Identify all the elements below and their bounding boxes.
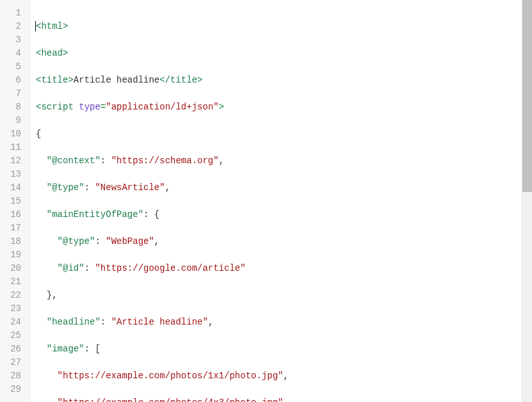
line-number: 27 bbox=[0, 356, 25, 369]
line-number: 23 bbox=[0, 302, 25, 316]
code-line[interactable]: <html> bbox=[36, 20, 522, 33]
json-key: "@type" bbox=[47, 182, 85, 193]
brace: }, bbox=[47, 290, 58, 300]
line-number: 7 bbox=[0, 87, 25, 100]
json-value: "https://example.com/photos/1x1/photo.jp… bbox=[58, 371, 284, 381]
line-number: 22 bbox=[0, 289, 25, 302]
json-value: "https://google.com/article" bbox=[95, 263, 245, 273]
json-value: "NewsArticle" bbox=[95, 182, 165, 193]
brace: { bbox=[36, 129, 41, 139]
tag-name: html bbox=[41, 21, 63, 31]
code-line[interactable]: "@id": "https://google.com/article" bbox=[36, 262, 522, 275]
line-number: 21 bbox=[0, 275, 25, 289]
json-key: "mainEntityOfPage" bbox=[47, 209, 143, 220]
line-number: 28 bbox=[0, 369, 25, 383]
line-number: 11 bbox=[0, 141, 25, 154]
line-number: 6 bbox=[0, 74, 25, 87]
code-line[interactable]: "@type": "WebPage", bbox=[36, 235, 522, 248]
tag-name: title bbox=[170, 75, 197, 85]
json-value: "WebPage" bbox=[106, 236, 154, 246]
line-number: 14 bbox=[0, 181, 25, 195]
title-text: Article headline bbox=[74, 75, 159, 85]
line-number: 12 bbox=[0, 154, 25, 168]
code-line[interactable]: "https://example.com/photos/1x1/photo.jp… bbox=[36, 369, 522, 383]
line-number: 13 bbox=[0, 168, 25, 181]
line-number-gutter: 1 2 3 4 5 6 7 8 9 10 11 12 13 14 15 16 1… bbox=[0, 0, 31, 402]
code-line[interactable]: <script type="application/ld+json"> bbox=[36, 100, 522, 114]
code-line[interactable]: "@type": "NewsArticle", bbox=[36, 181, 522, 195]
scrollbar-thumb[interactable] bbox=[522, 0, 532, 192]
code-line[interactable]: "image": [ bbox=[36, 342, 522, 356]
code-line[interactable]: <head> bbox=[36, 47, 522, 60]
code-line[interactable]: "https://example.com/photos/4x3/photo.jp… bbox=[36, 396, 522, 402]
line-number: 29 bbox=[0, 383, 25, 396]
tag-name: title bbox=[41, 75, 68, 85]
line-number: 5 bbox=[0, 60, 25, 74]
json-value: "Article headline" bbox=[111, 317, 208, 327]
json-value: "https://example.com/photos/4x3/photo.jp… bbox=[58, 398, 284, 402]
line-number: 10 bbox=[0, 127, 25, 141]
line-number: 16 bbox=[0, 208, 25, 221]
json-key: "@type" bbox=[58, 236, 95, 246]
tag-name: head bbox=[41, 48, 63, 58]
code-line[interactable]: { bbox=[36, 127, 522, 141]
line-number: 3 bbox=[0, 33, 25, 47]
code-line[interactable]: "@context": "https://schema.org", bbox=[36, 154, 522, 168]
line-number: 19 bbox=[0, 248, 25, 262]
code-editor-area[interactable]: <html> <head> <title>Article headline</t… bbox=[31, 0, 522, 402]
code-line[interactable]: "mainEntityOfPage": { bbox=[36, 208, 522, 221]
attr-name: type bbox=[79, 102, 101, 112]
line-number: 9 bbox=[0, 114, 25, 127]
line-number: 15 bbox=[0, 195, 25, 208]
line-number: 18 bbox=[0, 235, 25, 248]
json-key: "headline" bbox=[47, 317, 101, 327]
code-line[interactable]: <title>Article headline</title> bbox=[36, 74, 522, 87]
line-number: 2 bbox=[0, 20, 25, 33]
json-value: "https://schema.org" bbox=[111, 156, 219, 166]
line-number: 1 bbox=[0, 6, 25, 20]
line-number: 4 bbox=[0, 47, 25, 60]
attr-value: "application/ld+json" bbox=[106, 102, 218, 112]
tag-name: script bbox=[41, 102, 73, 112]
line-number: 17 bbox=[0, 221, 25, 235]
line-number: 25 bbox=[0, 329, 25, 342]
line-number: 20 bbox=[0, 262, 25, 275]
json-key: "@context" bbox=[47, 156, 101, 166]
json-key: "@id" bbox=[58, 263, 85, 273]
line-number: 26 bbox=[0, 342, 25, 356]
code-line[interactable]: }, bbox=[36, 289, 522, 302]
line-number: 24 bbox=[0, 316, 25, 329]
line-number: 8 bbox=[0, 100, 25, 114]
code-line[interactable]: "headline": "Article headline", bbox=[36, 316, 522, 329]
vertical-scrollbar[interactable] bbox=[522, 0, 532, 402]
json-key: "image" bbox=[47, 344, 85, 354]
